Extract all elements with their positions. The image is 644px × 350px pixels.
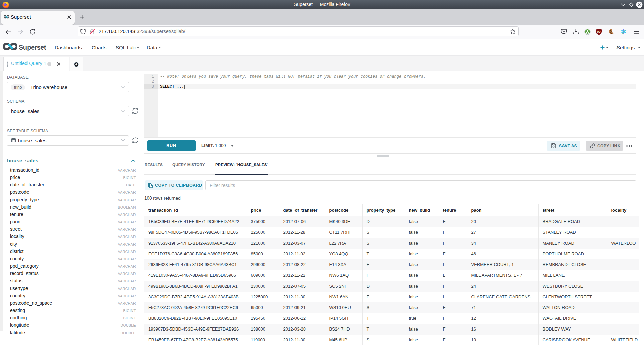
svg-text:UO: UO	[597, 31, 601, 33]
